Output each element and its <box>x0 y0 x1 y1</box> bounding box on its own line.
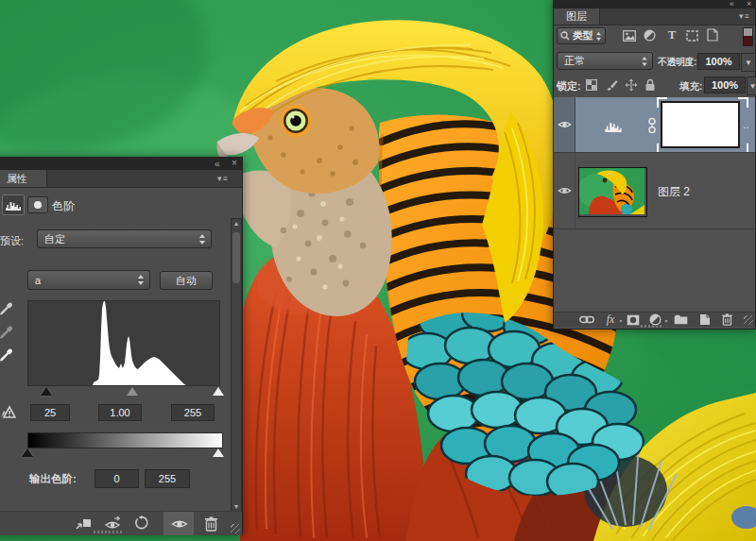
filter-type-dropdown[interactable]: 类型 <box>557 27 606 44</box>
properties-scrollbar[interactable]: ▲ ▼ <box>231 218 242 513</box>
tab-properties-label: 属性 <box>7 173 27 184</box>
output-black-field[interactable]: 0 <box>94 469 139 488</box>
preset-label: 预设: <box>0 234 24 248</box>
white-point-eyedropper-icon[interactable] <box>0 347 14 363</box>
filter-text-icon[interactable]: T <box>665 27 679 42</box>
output-white-field[interactable]: 255 <box>145 469 190 488</box>
clipping-warning-icon[interactable] <box>0 404 16 421</box>
delete-adjustment-icon[interactable] <box>202 516 219 532</box>
opacity-dropdown-arrow[interactable]: ▼ <box>741 53 756 72</box>
delete-layer-icon[interactable] <box>720 313 734 326</box>
layers-tabbar: 图层 ▾≡ <box>554 8 755 25</box>
layer-list: ‥ <box>554 97 755 312</box>
filter-smart-object-icon[interactable] <box>705 27 719 42</box>
levels-layer-thumbnail-icon[interactable] <box>601 120 626 133</box>
input-white-value: 255 <box>184 407 201 418</box>
layer-image-thumbnail[interactable] <box>578 167 647 217</box>
white-input-slider[interactable] <box>213 387 224 396</box>
close-panel-icon[interactable]: × <box>232 159 237 168</box>
output-white-slider[interactable] <box>213 448 224 457</box>
scrollbar-thumb[interactable] <box>232 232 240 283</box>
opacity-value: 100% <box>705 56 731 67</box>
panel-menu-icon[interactable]: ▾≡ <box>217 174 229 183</box>
input-black-field[interactable]: 25 <box>30 404 70 421</box>
panel-resize-grip[interactable] <box>231 524 240 533</box>
mask-icon[interactable] <box>27 196 48 213</box>
visibility-toggle-highlight[interactable] <box>163 512 194 535</box>
levels-histogram[interactable] <box>27 300 220 386</box>
properties-panel-top-strip: « × <box>0 158 242 170</box>
lock-all-icon[interactable] <box>644 77 657 92</box>
new-layer-icon[interactable] <box>697 313 712 326</box>
fx-label: fx <box>607 313 615 327</box>
filter-toggle-switch[interactable] <box>743 27 753 46</box>
panel-drag-dots[interactable] <box>641 325 663 328</box>
auto-button-label: 自动 <box>176 274 197 288</box>
scroll-up-icon[interactable]: ▲ <box>232 219 241 228</box>
blend-mode-dropdown[interactable]: 正常 <box>557 52 653 70</box>
adjustment-more-arrow: ▼ <box>663 318 669 324</box>
black-point-eyedropper-icon[interactable] <box>0 300 14 317</box>
lock-label: 锁定: <box>557 79 581 93</box>
reset-icon[interactable] <box>133 515 150 532</box>
lock-pixels-brush-icon[interactable] <box>604 78 618 92</box>
fill-label: 填充: <box>679 80 703 93</box>
tab-properties[interactable]: 属性 <box>0 170 47 187</box>
fill-field[interactable]: 100% <box>704 76 746 93</box>
new-group-folder-icon[interactable] <box>673 313 689 326</box>
filter-image-icon[interactable] <box>622 28 637 42</box>
filter-shape-icon[interactable] <box>685 28 699 42</box>
opacity-field[interactable]: 100% <box>697 53 740 70</box>
preset-value: 自定 <box>38 232 198 246</box>
preset-dropdown[interactable]: 自定 <box>37 229 212 248</box>
layers-panel: « × 图层 ▾≡ 类型 T 正常 不透明度: 100% ▼ 锁定: <box>553 0 756 330</box>
panel-drag-dots[interactable] <box>94 531 122 533</box>
stepper-icon <box>595 31 602 42</box>
add-mask-icon[interactable] <box>626 313 641 326</box>
levels-adjustment-icon[interactable] <box>2 194 25 215</box>
collapse-panel-icon[interactable]: « <box>215 160 220 169</box>
collapse-panel-icon[interactable]: « <box>730 0 734 8</box>
tab-layers-label: 图层 <box>566 10 587 22</box>
input-gamma-field[interactable]: 1.00 <box>98 404 142 421</box>
stepper-icon <box>198 233 206 245</box>
link-layers-icon[interactable] <box>578 313 595 326</box>
search-icon <box>560 31 570 41</box>
input-black-value: 25 <box>44 407 56 418</box>
layer-row-image[interactable]: 图层 2 <box>554 153 755 228</box>
properties-tabbar: 属性 ▾≡ <box>0 170 242 188</box>
panel-menu-icon[interactable]: ▾≡ <box>739 11 750 21</box>
filter-adjustment-icon[interactable] <box>643 28 657 42</box>
stepper-icon <box>641 56 648 67</box>
properties-panel: « × 属性 ▾≡ 色阶 预设: 自定 a 自动 <box>0 157 243 535</box>
layer-mask-thumbnail[interactable] <box>661 101 740 148</box>
gray-point-eyedropper-icon[interactable] <box>0 324 14 341</box>
lock-transparency-icon[interactable] <box>585 78 598 92</box>
lock-position-icon[interactable] <box>624 77 638 92</box>
channel-value: a <box>28 275 137 286</box>
clip-to-layer-icon[interactable] <box>75 516 92 531</box>
view-previous-state-icon[interactable] <box>103 516 122 531</box>
output-white-value: 255 <box>159 473 176 484</box>
output-black-slider[interactable] <box>22 448 33 457</box>
fill-dropdown-arrow[interactable]: ▼ <box>747 76 756 95</box>
mask-dots: ‥ <box>743 120 749 130</box>
auto-button[interactable]: 自动 <box>160 271 213 290</box>
visibility-eye-icon[interactable] <box>558 186 572 195</box>
close-panel-icon[interactable]: × <box>747 0 751 8</box>
layer-name[interactable]: 图层 2 <box>658 184 690 200</box>
input-white-field[interactable]: 255 <box>171 404 215 421</box>
visibility-eye-icon[interactable] <box>170 517 188 530</box>
visibility-eye-icon[interactable] <box>558 120 572 129</box>
gamma-input-slider[interactable] <box>127 387 138 396</box>
panel-resize-grip[interactable] <box>744 315 753 325</box>
adjustment-title: 色阶 <box>52 198 75 214</box>
output-levels-label: 输出色阶: <box>29 472 77 486</box>
layer-style-fx-icon[interactable]: fx <box>602 313 619 326</box>
tab-layers[interactable]: 图层 <box>554 8 600 25</box>
channel-dropdown[interactable]: a <box>27 270 150 290</box>
black-input-slider[interactable] <box>41 387 52 396</box>
layer-row-levels-adjustment[interactable]: ‥ <box>554 97 755 152</box>
photoshop-workspace: { "window": { "collapse_icon": "«", "clo… <box>0 0 756 541</box>
mask-link-icon[interactable] <box>646 116 658 135</box>
